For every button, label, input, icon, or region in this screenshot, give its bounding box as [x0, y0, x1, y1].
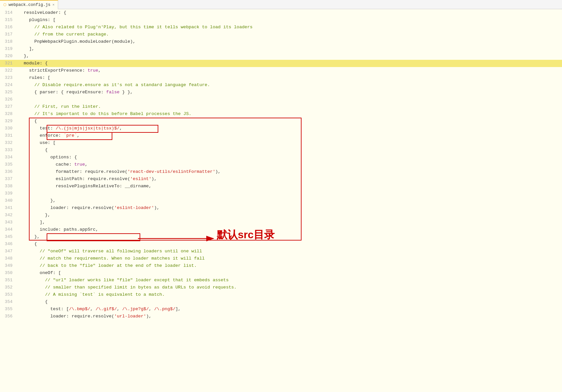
line-content: formatter: require.resolve('react-dev-ut… — [17, 168, 562, 175]
line-content — [17, 190, 562, 197]
line-content: enforce: `pre`, — [17, 132, 562, 139]
line-number: 335 — [0, 161, 17, 168]
code-line: 341 loader: require.resolve('eslint-load… — [0, 204, 562, 212]
code-container[interactable]: 314 resolveLoader: {315 plugins: [316 //… — [0, 9, 562, 392]
line-content: use: [ — [17, 139, 562, 147]
code-line: 340 }, — [0, 197, 562, 204]
line-content: oneOf: [ — [17, 269, 562, 277]
line-number: 331 — [0, 132, 17, 139]
line-number: 337 — [0, 175, 17, 183]
line-content: plugins: [ — [17, 16, 562, 24]
line-number: 343 — [0, 219, 17, 226]
line-number: 323 — [0, 74, 17, 81]
line-content: // "url" loader works like "file" loader… — [17, 277, 562, 284]
line-content: test: /\.(js|mjs|jsx|ts|tsx)$/, — [17, 125, 562, 132]
line-number: 328 — [0, 110, 17, 118]
line-number: 334 — [0, 154, 17, 161]
line-content: ], — [17, 45, 562, 53]
code-line: 339 — [0, 190, 562, 197]
line-number: 351 — [0, 277, 17, 284]
code-line: 323 rules: [ — [0, 74, 562, 81]
code-line: 338 resolvePluginsRelativeTo: __dirname, — [0, 183, 562, 190]
code-line: 318 PnpWebpackPlugin.moduleLoader(module… — [0, 38, 562, 45]
close-icon[interactable]: × — [53, 3, 55, 7]
code-line: 321 module: { — [0, 60, 562, 67]
code-line: 352 // smaller than specified limit in b… — [0, 284, 562, 291]
line-number: 341 — [0, 204, 17, 212]
line-number: 332 — [0, 139, 17, 147]
file-tab[interactable]: ⬡ webpack.config.js × — [0, 0, 58, 9]
line-number: 336 — [0, 168, 17, 175]
code-line: 324 // Disable require.ensure as it's no… — [0, 81, 562, 89]
code-line: 315 plugins: [ — [0, 16, 562, 24]
code-line: 349 // back to the "file" loader at the … — [0, 262, 562, 269]
line-content: options: { — [17, 154, 562, 161]
line-content: strictExportPresence: true, — [17, 67, 562, 74]
line-content: }, — [17, 197, 562, 204]
line-number: 322 — [0, 67, 17, 74]
line-number: 347 — [0, 248, 17, 255]
line-content: eslintPath: require.resolve('eslint'), — [17, 175, 562, 183]
line-content: // back to the "file" loader at the end … — [17, 262, 562, 269]
code-line: 329 { — [0, 118, 562, 125]
line-number: 345 — [0, 233, 17, 241]
code-wrapper: 314 resolveLoader: {315 plugins: [316 //… — [0, 9, 562, 392]
line-number: 344 — [0, 226, 17, 233]
line-number: 348 — [0, 255, 17, 262]
code-line: 335 cache: true, — [0, 161, 562, 168]
line-content: // "oneOf" will traverse all following l… — [17, 248, 562, 255]
code-line: 347 // "oneOf" will traverse all followi… — [0, 248, 562, 255]
code-line: 351 // "url" loader works like "file" lo… — [0, 277, 562, 284]
code-line: 316 // Also related to Plug'n'Play, but … — [0, 24, 562, 31]
line-content: loader: require.resolve('eslint-loader')… — [17, 204, 562, 212]
line-number: 319 — [0, 45, 17, 53]
code-line: 330 test: /\.(js|mjs|jsx|ts|tsx)$/, — [0, 125, 562, 132]
line-content: rules: [ — [17, 74, 562, 81]
code-line: 354 { — [0, 298, 562, 306]
line-number: 325 — [0, 89, 17, 96]
line-content: // Also related to Plug'n'Play, but this… — [17, 24, 562, 31]
line-content: { parser: { requireEnsure: false } }, — [17, 89, 562, 96]
file-icon: ⬡ — [3, 3, 7, 7]
line-content: // A missing `test` is equivalent to a m… — [17, 291, 562, 298]
line-number: 324 — [0, 81, 17, 89]
code-line: 325 { parser: { requireEnsure: false } }… — [0, 89, 562, 96]
code-line: 355 test: [/\.bmp$/, /\.gif$/, /\.jpe?g$… — [0, 306, 562, 313]
code-line: 314 resolveLoader: { — [0, 9, 562, 16]
line-content: { — [17, 118, 562, 125]
line-content: // First, run the linter. — [17, 103, 562, 110]
line-number: 315 — [0, 16, 17, 24]
code-line: 356 loader: require.resolve('url-loader'… — [0, 313, 562, 320]
code-line: 320 }, — [0, 53, 562, 60]
line-content: { — [17, 241, 562, 248]
code-line: 345 }, — [0, 233, 562, 241]
line-content: { — [17, 298, 562, 306]
code-line: 332 use: [ — [0, 139, 562, 147]
line-number: 339 — [0, 190, 17, 197]
line-number: 349 — [0, 262, 17, 269]
line-content: cache: true, — [17, 161, 562, 168]
code-line: 337 eslintPath: require.resolve('eslint'… — [0, 175, 562, 183]
line-number: 329 — [0, 118, 17, 125]
line-number: 338 — [0, 183, 17, 190]
line-number: 326 — [0, 96, 17, 103]
code-line: 350 oneOf: [ — [0, 269, 562, 277]
line-content: // match the requirements. When no loade… — [17, 255, 562, 262]
line-content: loader: require.resolve('url-loader'), — [17, 313, 562, 320]
code-line: 327 // First, run the linter. — [0, 103, 562, 110]
line-number: 350 — [0, 269, 17, 277]
code-line: 333 { — [0, 147, 562, 154]
code-line: 336 formatter: require.resolve('react-de… — [0, 168, 562, 175]
line-number: 321 — [0, 60, 17, 67]
line-content: resolvePluginsRelativeTo: __dirname, — [17, 183, 562, 190]
line-content: // from the current package. — [17, 31, 562, 38]
code-line: 344 include: paths.appSrc, — [0, 226, 562, 233]
code-line: 326 — [0, 96, 562, 103]
line-number: 330 — [0, 125, 17, 132]
line-content: { — [17, 147, 562, 154]
code-line: 328 // It's important to do this before … — [0, 110, 562, 118]
line-content: // smaller than specified limit in bytes… — [17, 284, 562, 291]
code-line: 331 enforce: `pre`, — [0, 132, 562, 139]
line-number: 352 — [0, 284, 17, 291]
line-number: 317 — [0, 31, 17, 38]
